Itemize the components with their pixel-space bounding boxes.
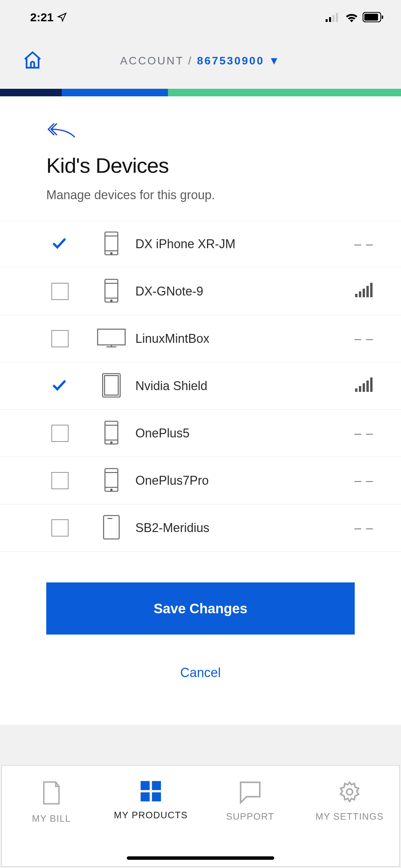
device-name: SB2-Meridius <box>130 521 339 535</box>
tab-my-bill[interactable]: MY BILL <box>2 765 101 866</box>
svg-rect-42 <box>141 792 149 801</box>
tab-support[interactable]: SUPPORT <box>200 765 300 866</box>
svg-rect-43 <box>152 792 161 801</box>
device-list: DX iPhone XR-JM – – DX-GNote-9 LinuxMint… <box>0 220 401 552</box>
battery-icon <box>363 12 384 22</box>
svg-rect-15 <box>355 294 357 297</box>
device-row[interactable]: DX-GNote-9 <box>0 268 401 315</box>
products-icon <box>139 780 162 803</box>
no-signal-icon: – – <box>339 426 374 441</box>
svg-rect-28 <box>366 381 369 392</box>
breadcrumb[interactable]: ACCOUNT / 867530900 ▼ <box>43 55 358 67</box>
svg-rect-1 <box>329 17 331 22</box>
svg-rect-20 <box>98 329 125 345</box>
svg-rect-17 <box>363 289 365 297</box>
device-row[interactable]: LinuxMintBox – – <box>0 315 401 362</box>
breadcrumb-label: ACCOUNT <box>120 55 184 67</box>
no-signal-icon: – – <box>339 521 374 535</box>
device-row[interactable]: DX iPhone XR-JM – – <box>0 220 401 268</box>
no-signal-icon: – – <box>339 237 374 251</box>
tab-label: MY PRODUCTS <box>114 810 188 821</box>
svg-rect-41 <box>152 781 161 790</box>
gear-icon <box>338 780 362 804</box>
svg-point-10 <box>111 252 112 254</box>
status-time: 2:21 <box>30 11 67 24</box>
svg-rect-7 <box>105 232 118 254</box>
svg-rect-27 <box>363 383 365 392</box>
svg-point-33 <box>111 442 112 443</box>
signal-bars-icon <box>355 282 374 300</box>
svg-rect-19 <box>370 283 373 297</box>
svg-rect-5 <box>364 14 378 21</box>
page-title: Kid's Devices <box>46 153 355 178</box>
laptop-icon <box>101 515 121 541</box>
device-name: DX-GNote-9 <box>130 284 339 299</box>
brand-divider <box>0 89 401 96</box>
svg-rect-25 <box>355 388 357 392</box>
checkbox[interactable] <box>51 519 69 537</box>
device-row[interactable]: OnePlus7Pro – – <box>0 457 401 504</box>
svg-point-37 <box>111 489 112 490</box>
home-icon[interactable] <box>22 50 43 72</box>
checkmark-icon[interactable] <box>51 377 67 395</box>
device-row[interactable]: Nvidia Shield <box>0 362 401 410</box>
device-name: LinuxMintBox <box>130 331 339 346</box>
main-content: Kid's Devices Manage devices for this gr… <box>0 96 401 725</box>
checkbox[interactable] <box>51 472 69 489</box>
breadcrumb-account-number: 867530900 <box>197 55 264 67</box>
phone-icon <box>104 231 119 257</box>
checkbox[interactable] <box>51 425 69 442</box>
svg-rect-23 <box>102 373 120 397</box>
support-icon <box>238 780 262 804</box>
svg-point-14 <box>111 300 112 301</box>
tab-label: MY SETTINGS <box>315 811 384 822</box>
svg-rect-40 <box>141 781 149 790</box>
svg-rect-30 <box>105 421 118 444</box>
svg-rect-29 <box>370 377 373 392</box>
svg-rect-24 <box>105 375 118 395</box>
svg-rect-11 <box>105 279 118 302</box>
status-bar: 2:21 <box>0 0 401 34</box>
tab-my-settings[interactable]: MY SETTINGS <box>300 765 399 866</box>
back-button[interactable] <box>46 121 355 140</box>
cellular-signal-icon <box>326 12 341 22</box>
svg-rect-34 <box>105 468 118 491</box>
device-row[interactable]: SB2-Meridius – – <box>0 504 401 552</box>
app-header: ACCOUNT / 867530900 ▼ <box>0 34 401 89</box>
svg-rect-3 <box>336 13 338 22</box>
phone-icon <box>104 278 119 304</box>
tab-my-products[interactable]: MY PRODUCTS <box>101 765 200 866</box>
svg-rect-18 <box>366 286 369 297</box>
svg-rect-0 <box>326 19 328 22</box>
checkbox[interactable] <box>51 283 69 300</box>
wifi-icon <box>345 12 359 22</box>
svg-rect-26 <box>359 386 361 392</box>
svg-point-44 <box>347 789 353 795</box>
checkmark-icon[interactable] <box>51 236 67 253</box>
save-button[interactable]: Save Changes <box>46 582 355 635</box>
device-name: Nvidia Shield <box>130 379 339 393</box>
svg-rect-38 <box>104 515 119 539</box>
tab-label: MY BILL <box>32 813 71 824</box>
cancel-button[interactable]: Cancel <box>46 665 355 680</box>
phone-icon <box>104 420 119 446</box>
status-time-text: 2:21 <box>30 11 53 24</box>
home-indicator[interactable] <box>127 856 274 860</box>
chevron-down-icon: ▼ <box>269 55 281 67</box>
svg-rect-6 <box>382 15 383 19</box>
no-signal-icon: – – <box>339 473 374 488</box>
device-row[interactable]: OnePlus5 – – <box>0 410 401 457</box>
tab-label: SUPPORT <box>226 811 275 822</box>
signal-bars-icon <box>355 377 374 395</box>
location-arrow-icon <box>57 12 67 22</box>
page-subtitle: Manage devices for this group. <box>46 188 355 202</box>
status-indicators <box>326 12 384 22</box>
device-name: DX iPhone XR-JM <box>130 237 339 251</box>
phone-icon <box>104 468 119 494</box>
tablet-icon <box>101 373 121 399</box>
tab-bar: MY BILL MY PRODUCTS SUPPORT MY SETTINGS <box>1 765 400 867</box>
back-arrow-icon <box>46 121 77 138</box>
device-name: OnePlus5 <box>130 426 339 441</box>
svg-rect-16 <box>359 291 361 297</box>
checkbox[interactable] <box>51 330 69 347</box>
